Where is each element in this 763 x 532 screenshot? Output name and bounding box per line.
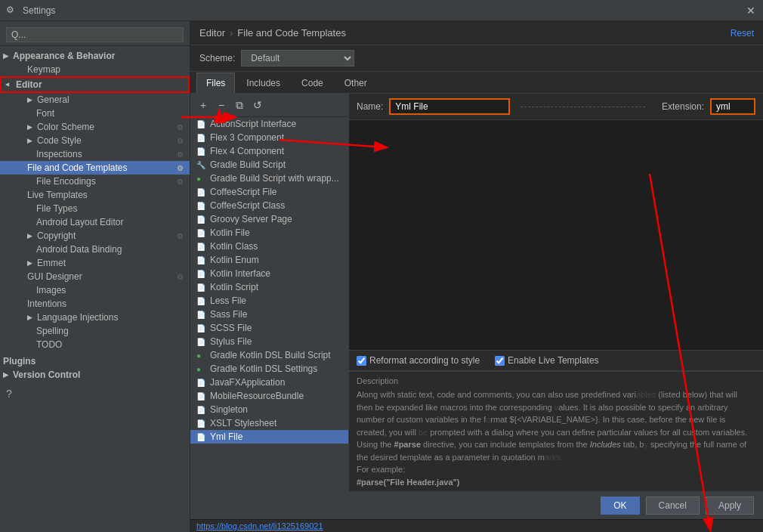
sidebar-item-spelling[interactable]: Spelling: [0, 324, 190, 338]
list-item[interactable]: 📄CoffeeScript Class: [190, 199, 348, 212]
tab-code[interactable]: Code: [292, 73, 333, 93]
sidebar-item-label: File Types: [36, 203, 77, 214]
sidebar-item-label: Keymap: [27, 64, 60, 75]
list-item[interactable]: 📄Groovy Server Page: [190, 212, 348, 226]
list-item[interactable]: 📄MobileResourceBundle: [190, 389, 348, 403]
url-text[interactable]: https://blog.csdn.net/li1325169021: [196, 521, 323, 530]
sidebar-item-file-encodings[interactable]: File Encodings ⚙: [0, 175, 190, 188]
sidebar-item-todo[interactable]: TODO: [0, 338, 190, 351]
url-bar: https://blog.csdn.net/li1325169021: [190, 519, 763, 532]
list-item[interactable]: 📄Kotlin Interface: [190, 267, 348, 280]
list-item[interactable]: ●Gradle Build Script with wrapp...: [190, 172, 348, 185]
list-item[interactable]: 📄CoffeeScript File: [190, 185, 348, 199]
sidebar-item-editor[interactable]: ▼ Editor: [0, 76, 190, 93]
reformat-checkbox[interactable]: [357, 356, 366, 366]
options-row: Reformat according to style Enable Live …: [349, 350, 763, 371]
apply-button[interactable]: Apply: [706, 496, 754, 515]
sidebar-item-color-scheme[interactable]: ▶ Color Scheme ⚙: [0, 120, 190, 134]
tab-other[interactable]: Other: [335, 73, 377, 93]
list-item[interactable]: 📄Flex 3 Component: [190, 131, 348, 144]
sidebar-item-android-data-binding[interactable]: Android Data Binding: [0, 243, 190, 256]
close-button[interactable]: ✕: [745, 5, 757, 17]
sidebar-item-emmet[interactable]: ▶ Emmet: [0, 256, 190, 270]
list-item[interactable]: 📄JavaFXApplication: [190, 376, 348, 389]
list-item[interactable]: ●Gradle Kotlin DSL Build Script: [190, 348, 348, 362]
arrow-icon: ▶: [3, 52, 8, 60]
list-item[interactable]: 📄Less File: [190, 294, 348, 308]
file-icon: 📄: [196, 311, 207, 319]
arrow-icon: ▶: [27, 314, 32, 321]
list-item[interactable]: ●Gradle Kotlin DSL Settings: [190, 362, 348, 376]
sidebar-item-gui-designer[interactable]: GUI Designer ⚙: [0, 270, 190, 283]
extension-input[interactable]: [710, 98, 755, 115]
list-item[interactable]: 📄Singleton: [190, 403, 348, 416]
list-item[interactable]: 📄Sass File: [190, 308, 348, 321]
sidebar-item-images[interactable]: Images: [0, 283, 190, 297]
scheme-select[interactable]: Default: [241, 50, 354, 66]
reformat-checkbox-label[interactable]: Reformat according to style: [357, 355, 480, 366]
file-icon: ●: [196, 175, 207, 183]
file-icon: 📄: [196, 147, 207, 156]
reset-file-button[interactable]: ↺: [249, 97, 266, 113]
sidebar-item-appearance[interactable]: ▶ Appearance & Behavior: [0, 49, 190, 63]
sidebar-item-version-control[interactable]: ▶ Version Control: [0, 368, 190, 382]
name-input[interactable]: [389, 98, 510, 115]
sidebar-item-language-injections[interactable]: ▶ Language Injections: [0, 311, 190, 324]
cancel-button[interactable]: Cancel: [646, 496, 700, 515]
list-item[interactable]: 📄XSLT Stylesheet: [190, 416, 348, 430]
description-title: Description: [357, 376, 755, 385]
add-button[interactable]: +: [195, 97, 212, 113]
sidebar-item-label: Copyright: [37, 230, 76, 241]
sidebar-item-copyright[interactable]: ▶ Copyright ⚙: [0, 229, 190, 243]
sidebar-item-label: Images: [36, 285, 66, 295]
sidebar-item-font[interactable]: Font: [0, 107, 190, 120]
sidebar-item-label: Language Injections: [37, 312, 118, 323]
file-icon: 📄: [196, 406, 207, 414]
sidebar-item-keymap[interactable]: Keymap: [0, 63, 190, 76]
file-icon: 📄: [196, 243, 207, 251]
sidebar-item-live-templates[interactable]: Live Templates: [0, 188, 190, 202]
copy-button[interactable]: ⧉: [231, 97, 248, 113]
reset-button[interactable]: Reset: [731, 28, 754, 39]
sidebar-item-label: Android Data Binding: [36, 244, 122, 255]
editor-area[interactable]: [349, 120, 763, 350]
ok-button[interactable]: OK: [601, 496, 639, 515]
file-icon: 📄: [196, 215, 207, 224]
file-list-container: + − ⧉ ↺ 📄ActionScript Interface 📄Flex 3 …: [190, 94, 349, 491]
list-item[interactable]: 📄Flex 4 Component: [190, 144, 348, 158]
live-templates-checkbox[interactable]: [495, 356, 505, 366]
sidebar-item-android-layout-editor[interactable]: Android Layout Editor: [0, 215, 190, 229]
sidebar-item-file-and-code-templates[interactable]: File and Code Templates ⚙: [0, 161, 190, 175]
titlebar-title: Settings: [23, 5, 745, 16]
list-item[interactable]: 📄Kotlin Class: [190, 240, 348, 253]
settings-icon: ⚙: [177, 164, 184, 172]
search-input[interactable]: [6, 27, 184, 42]
sidebar-item-file-types[interactable]: File Types: [0, 202, 190, 215]
list-item[interactable]: 📄Kotlin File: [190, 226, 348, 240]
file-icon: 📄: [196, 324, 207, 332]
list-item[interactable]: 📄ActionScript Interface: [190, 117, 348, 131]
file-icon: 📄: [196, 392, 207, 401]
list-item[interactable]: 📄Stylus File: [190, 335, 348, 348]
sidebar: ▶ Appearance & Behavior Keymap ▼ Editor …: [0, 21, 190, 532]
sidebar-item-code-style[interactable]: ▶ Code Style ⚙: [0, 134, 190, 147]
tab-files[interactable]: Files: [196, 73, 235, 94]
editor-side: Name: Extension: Reformat according to s…: [349, 94, 763, 491]
settings-icon: ⚙: [177, 232, 184, 240]
help-button[interactable]: ?: [0, 382, 190, 403]
list-item[interactable]: 🔧Gradle Build Script: [190, 158, 348, 172]
tab-includes[interactable]: Includes: [236, 73, 290, 93]
sidebar-item-intentions[interactable]: Intentions: [0, 297, 190, 311]
sidebar-item-inspections[interactable]: Inspections ⚙: [0, 147, 190, 161]
sidebar-item-general[interactable]: ▶ General: [0, 93, 190, 107]
sidebar-item-plugins[interactable]: Plugins: [0, 354, 190, 368]
live-templates-checkbox-label[interactable]: Enable Live Templates: [495, 355, 599, 366]
live-templates-label: Enable Live Templates: [508, 355, 599, 366]
list-item[interactable]: 📄Kotlin Enum: [190, 253, 348, 267]
list-item-yml-file[interactable]: 📄Yml File: [190, 430, 348, 444]
list-item[interactable]: 📄Kotlin Script: [190, 280, 348, 294]
remove-button[interactable]: −: [213, 97, 230, 113]
breadcrumb: Editor › File and Code Templates: [199, 27, 346, 39]
list-item[interactable]: 📄SCSS File: [190, 321, 348, 335]
settings-icon: ⚙: [177, 137, 184, 145]
